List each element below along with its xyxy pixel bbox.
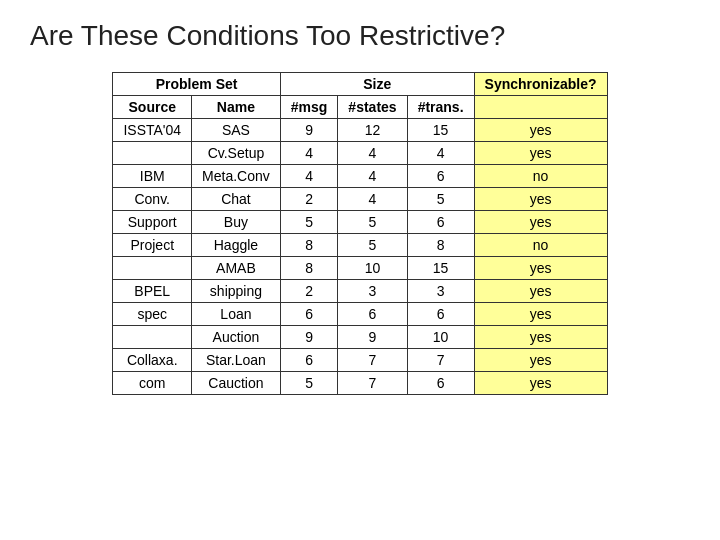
num-cell: 2	[280, 188, 338, 211]
table-row: AMAB81015yes	[113, 257, 607, 280]
num-cell: 2	[280, 280, 338, 303]
sync-cell: yes	[474, 372, 607, 395]
table-row: ISSTA'04SAS91215yes	[113, 119, 607, 142]
name-cell: Cauction	[192, 372, 281, 395]
num-cell: 6	[338, 303, 407, 326]
sync-cell: yes	[474, 326, 607, 349]
num-cell: 3	[338, 280, 407, 303]
num-cell: 6	[280, 349, 338, 372]
num-cell: 4	[280, 142, 338, 165]
data-table: Problem Set Size Synchronizable? Source …	[112, 72, 607, 395]
sync-header: Synchronizable?	[474, 73, 607, 96]
sync-cell: no	[474, 234, 607, 257]
sync-cell: yes	[474, 280, 607, 303]
num-cell: 6	[407, 165, 474, 188]
name-cell: Loan	[192, 303, 281, 326]
num-cell: 15	[407, 257, 474, 280]
sync-cell: yes	[474, 119, 607, 142]
num-cell: 5	[338, 211, 407, 234]
source-cell: ISSTA'04	[113, 119, 192, 142]
source-cell: com	[113, 372, 192, 395]
sync-cell: yes	[474, 142, 607, 165]
name-cell: Chat	[192, 188, 281, 211]
name-cell: Haggle	[192, 234, 281, 257]
num-cell: 5	[407, 188, 474, 211]
table-row: BPELshipping233yes	[113, 280, 607, 303]
num-cell: 5	[280, 372, 338, 395]
num-cell: 9	[338, 326, 407, 349]
num-cell: 9	[280, 119, 338, 142]
source-cell	[113, 142, 192, 165]
num-cell: 10	[407, 326, 474, 349]
header-row-1: Problem Set Size Synchronizable?	[113, 73, 607, 96]
page-title: Are These Conditions Too Restrictive?	[30, 20, 690, 52]
states-col-header: #states	[338, 96, 407, 119]
sync-cell: yes	[474, 257, 607, 280]
num-cell: 4	[338, 188, 407, 211]
source-cell: Support	[113, 211, 192, 234]
problem-set-header: Problem Set	[113, 73, 280, 96]
source-cell: IBM	[113, 165, 192, 188]
table-row: specLoan666yes	[113, 303, 607, 326]
num-cell: 10	[338, 257, 407, 280]
table-row: ProjectHaggle858no	[113, 234, 607, 257]
name-cell: Cv.Setup	[192, 142, 281, 165]
name-cell: Star.Loan	[192, 349, 281, 372]
num-cell: 6	[407, 211, 474, 234]
num-cell: 6	[280, 303, 338, 326]
table-row: Cv.Setup444yes	[113, 142, 607, 165]
source-col-header: Source	[113, 96, 192, 119]
num-cell: 8	[280, 234, 338, 257]
name-cell: shipping	[192, 280, 281, 303]
num-cell: 5	[338, 234, 407, 257]
name-cell: SAS	[192, 119, 281, 142]
header-row-2: Source Name #msg #states #trans.	[113, 96, 607, 119]
name-cell: Meta.Conv	[192, 165, 281, 188]
num-cell: 7	[338, 349, 407, 372]
num-cell: 7	[338, 372, 407, 395]
table-row: comCauction576yes	[113, 372, 607, 395]
sync-cell: yes	[474, 349, 607, 372]
num-cell: 6	[407, 303, 474, 326]
num-cell: 6	[407, 372, 474, 395]
source-cell: Collaxa.	[113, 349, 192, 372]
sync-col-header-empty	[474, 96, 607, 119]
num-cell: 5	[280, 211, 338, 234]
num-cell: 4	[338, 165, 407, 188]
msg-col-header: #msg	[280, 96, 338, 119]
sync-cell: yes	[474, 211, 607, 234]
num-cell: 8	[407, 234, 474, 257]
num-cell: 15	[407, 119, 474, 142]
source-cell	[113, 257, 192, 280]
source-cell: BPEL	[113, 280, 192, 303]
source-cell	[113, 326, 192, 349]
sync-cell: no	[474, 165, 607, 188]
table-row: Conv.Chat245yes	[113, 188, 607, 211]
num-cell: 7	[407, 349, 474, 372]
num-cell: 4	[338, 142, 407, 165]
name-cell: Buy	[192, 211, 281, 234]
size-header: Size	[280, 73, 474, 96]
name-cell: AMAB	[192, 257, 281, 280]
source-cell: spec	[113, 303, 192, 326]
source-cell: Conv.	[113, 188, 192, 211]
num-cell: 9	[280, 326, 338, 349]
num-cell: 12	[338, 119, 407, 142]
name-cell: Auction	[192, 326, 281, 349]
name-col-header: Name	[192, 96, 281, 119]
num-cell: 4	[407, 142, 474, 165]
num-cell: 8	[280, 257, 338, 280]
num-cell: 4	[280, 165, 338, 188]
table-row: Collaxa.Star.Loan677yes	[113, 349, 607, 372]
table-row: Auction9910yes	[113, 326, 607, 349]
table-row: IBMMeta.Conv446no	[113, 165, 607, 188]
source-cell: Project	[113, 234, 192, 257]
trans-col-header: #trans.	[407, 96, 474, 119]
sync-cell: yes	[474, 188, 607, 211]
table-row: SupportBuy556yes	[113, 211, 607, 234]
table-container: Problem Set Size Synchronizable? Source …	[30, 72, 690, 395]
sync-cell: yes	[474, 303, 607, 326]
num-cell: 3	[407, 280, 474, 303]
